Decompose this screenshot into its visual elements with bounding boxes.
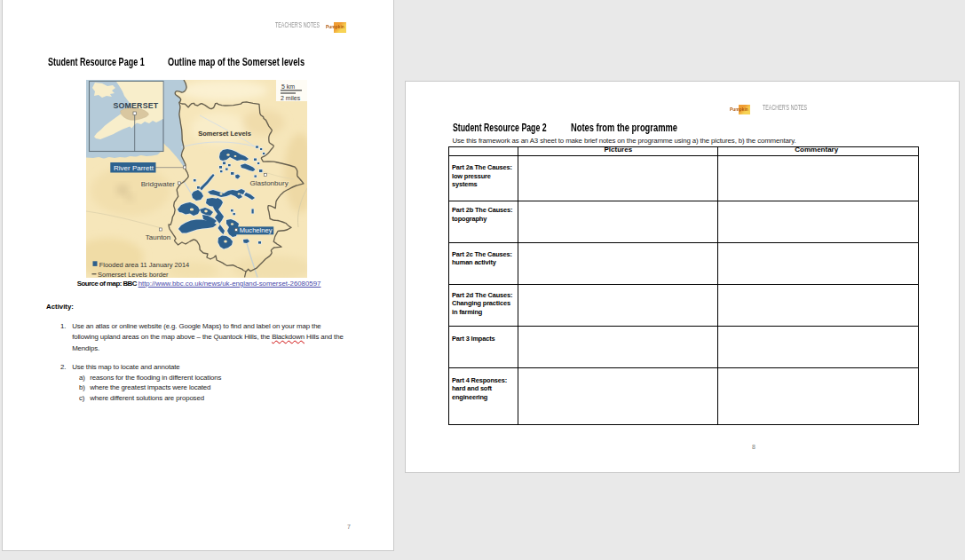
svg-text:SOMERSET: SOMERSET <box>113 101 158 110</box>
svg-text:Taunton: Taunton <box>146 233 170 241</box>
svg-text:River Parrett: River Parrett <box>114 164 154 172</box>
svg-text:Somerset Levels: Somerset Levels <box>198 130 251 138</box>
svg-text:5 km: 5 km <box>281 83 295 90</box>
svg-text:Flooded area 11 January 2014: Flooded area 11 January 2014 <box>99 261 190 269</box>
svg-text:Glastonbury: Glastonbury <box>250 179 289 187</box>
svg-text:Muchelney: Muchelney <box>240 226 273 234</box>
svg-text:2 miles: 2 miles <box>281 95 301 101</box>
svg-text:Bridgwater: Bridgwater <box>141 180 176 188</box>
svg-text:Somerset Levels border: Somerset Levels border <box>98 271 169 279</box>
